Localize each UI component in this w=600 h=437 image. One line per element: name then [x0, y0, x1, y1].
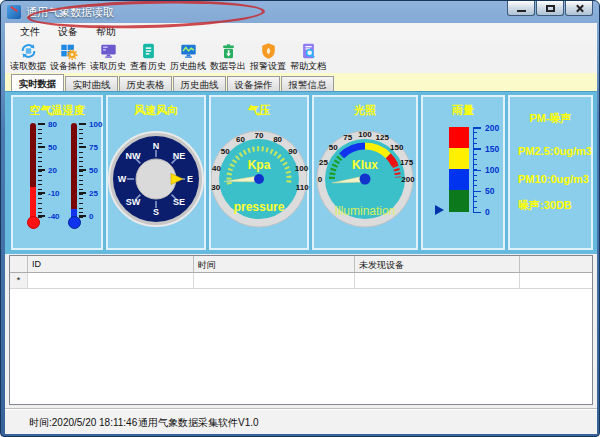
menu-help[interactable]: 帮助: [87, 23, 125, 41]
sync-icon: [19, 42, 38, 60]
row-marker: *: [10, 273, 28, 288]
tab-realtime-curve[interactable]: 实时曲线: [65, 76, 118, 91]
pressure-tick: 50: [221, 146, 230, 155]
pm10-value: PM10:0ug/m3: [518, 173, 589, 185]
humidity-scale-label: 100: [89, 120, 102, 129]
toolbar: 读取数据 设备操作 读取历史: [5, 41, 597, 73]
data-export-button[interactable]: 数据导出: [208, 41, 248, 73]
rain-bar-red: [449, 127, 469, 148]
light-tick: 0: [318, 175, 322, 184]
close-button[interactable]: [565, 1, 593, 16]
history-curve-button[interactable]: 历史曲线: [168, 41, 208, 73]
light-tick: 100: [358, 130, 371, 139]
pressure-caption: pressure: [234, 200, 285, 214]
rain-bar-green: [449, 190, 469, 212]
rain-bar-blue: [449, 169, 469, 190]
read-history-button[interactable]: 读取历史: [88, 41, 128, 73]
pressure-tick: 70: [255, 131, 264, 140]
light-caption: Illumination: [335, 204, 396, 218]
device-data-grid[interactable]: ID 时间 未发现设备 *: [9, 255, 593, 405]
noise-value: 噪声:30DB: [518, 198, 572, 213]
tab-history-table[interactable]: 历史表格: [119, 76, 172, 91]
help-doc-button[interactable]: 帮助文档: [288, 41, 328, 73]
cell-device[interactable]: [355, 273, 520, 288]
pm25-value: PM2.5:0ug/m3: [518, 145, 592, 157]
dir-nw: NW: [126, 151, 141, 161]
temp-humidity-title: 空气温湿度: [13, 103, 101, 118]
cell-id[interactable]: [28, 273, 194, 288]
tab-strip: 实时数据 实时曲线 历史表格 历史曲线 设备操作 报警信息: [5, 73, 597, 91]
tab-history-curve[interactable]: 历史曲线: [173, 76, 226, 91]
menu-device[interactable]: 设备: [49, 23, 87, 41]
temp-scale-label: 50: [48, 143, 57, 152]
tab-alarm-info[interactable]: 报警信息: [281, 76, 334, 91]
dir-ne: NE: [173, 151, 186, 161]
dir-se: SE: [173, 197, 185, 207]
maximize-icon: [546, 5, 555, 12]
temp-scale-label: -40: [48, 212, 60, 221]
windows-gear-icon: [59, 42, 78, 60]
temperature-fill: [30, 187, 36, 219]
dir-sw: SW: [126, 197, 141, 207]
table-row[interactable]: *: [10, 273, 592, 289]
light-panel: 光照 Klux Illumination 0 25 50 75: [312, 95, 418, 250]
monitor-icon: [99, 42, 118, 60]
column-header-id[interactable]: ID: [28, 256, 194, 272]
device-operate-button[interactable]: 设备操作: [48, 41, 88, 73]
tool-label: 报警设置: [250, 60, 286, 73]
temp-scale-label: 20: [48, 166, 57, 175]
maximize-button[interactable]: [536, 1, 564, 16]
tool-label: 查看历史: [130, 60, 166, 73]
status-bar: 时间:2020/5/20 18:11:46 通用气象数据采集软件V1.0: [5, 408, 597, 434]
minimize-button[interactable]: [507, 1, 535, 16]
cell-time[interactable]: [194, 273, 355, 288]
temp-scale-label: -10: [48, 189, 60, 198]
alarm-settings-button[interactable]: 报警设置: [248, 41, 288, 73]
rain-scale-label: 100: [485, 165, 499, 175]
tool-label: 帮助文档: [290, 60, 326, 73]
alarm-shield-icon: [259, 42, 278, 60]
view-history-button[interactable]: 查看历史: [128, 41, 168, 73]
tool-label: 读取历史: [90, 60, 126, 73]
help-doc-icon: [299, 42, 318, 60]
document-icon: [139, 42, 158, 60]
light-tick: 150: [390, 143, 403, 152]
tab-realtime-data[interactable]: 实时数据: [11, 74, 64, 91]
column-header-device[interactable]: 未发现设备: [355, 256, 520, 272]
title-bar[interactable]: 通用气象数据读取: [1, 1, 600, 23]
pressure-unit: Kpa: [248, 158, 271, 172]
menu-file[interactable]: 文件: [11, 23, 49, 41]
grid-header-row: ID 时间 未发现设备: [10, 256, 592, 273]
rain-scale-label: 50: [485, 186, 494, 196]
tab-device-operate[interactable]: 设备操作: [227, 76, 280, 91]
rain-scale-label: 200: [485, 123, 499, 133]
tool-label: 数据导出: [210, 60, 246, 73]
read-data-button[interactable]: 读取数据: [8, 41, 48, 73]
rain-panel: 雨量 200 150 100 50 0: [421, 95, 505, 250]
realtime-data-panel: 空气温湿度 80 50 20 -10 -40: [5, 91, 597, 254]
dir-e: E: [187, 174, 193, 184]
light-tick: 50: [329, 143, 338, 152]
humidity-thermometer: [71, 123, 77, 219]
pm-noise-panel: PM-噪声 PM2.5:0ug/m3 PM10:0ug/m3 噪声:30DB: [508, 95, 593, 250]
grid-corner-cell: [10, 256, 28, 272]
temp-scale-label: 80: [48, 120, 57, 129]
rain-level-marker: [435, 205, 444, 215]
pressure-tick: 60: [236, 135, 245, 144]
dir-n: N: [153, 141, 160, 151]
pressure-tick: 100: [295, 163, 308, 172]
status-app-version: 通用气象数据采集软件V1.0: [138, 416, 259, 430]
export-bin-icon: [219, 42, 238, 60]
rain-scale-label: 150: [485, 144, 499, 154]
tool-label: 读取数据: [10, 60, 46, 73]
column-header-time[interactable]: 时间: [194, 256, 355, 272]
rain-scale-label: 0: [485, 207, 490, 217]
pressure-tick: 90: [288, 146, 297, 155]
app-icon: [7, 5, 21, 19]
dir-w: W: [118, 174, 127, 184]
light-gauge: Klux Illumination: [314, 97, 416, 248]
temp-humidity-panel: 空气温湿度 80 50 20 -10 -40: [11, 95, 103, 250]
dir-s: S: [153, 207, 159, 217]
wind-compass: [108, 97, 204, 248]
pressure-tick: 30: [211, 182, 220, 191]
